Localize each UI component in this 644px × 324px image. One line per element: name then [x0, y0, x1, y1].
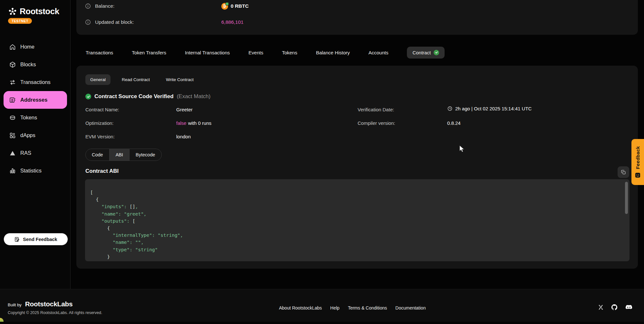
tab-internal-transactions[interactable]: Internal Transactions	[185, 50, 230, 55]
optimization-runs: with 0 runs	[188, 120, 212, 126]
verified-check-icon	[434, 50, 439, 55]
code-view-switcher: Code ABI Bytecode	[85, 149, 162, 161]
scrollbar-thumb[interactable]	[625, 182, 628, 214]
clock-icon	[447, 106, 453, 111]
sidebar-item-label: dApps	[20, 132, 35, 138]
tab-contract-label: Contract	[412, 50, 431, 55]
sidebar: Rootstock TESTNET Home Blocks Transactio…	[0, 0, 71, 289]
code-line: "internalType": "string",	[90, 232, 630, 239]
updated-at-block-value[interactable]: 6,886,101	[221, 19, 244, 25]
cube-icon	[9, 61, 16, 68]
contract-card: General Read Contract Write Contract Con…	[76, 66, 638, 269]
tab-tokens[interactable]: Tokens	[282, 50, 297, 55]
mouse-cursor	[459, 145, 466, 154]
sidebar-item-home[interactable]: Home	[0, 38, 71, 56]
sidebar-item-transactions[interactable]: Transactions	[0, 73, 71, 91]
verified-check-icon	[85, 94, 91, 99]
evm-version-label: EVM Version:	[85, 134, 115, 139]
copy-button[interactable]	[618, 166, 629, 178]
sidebar-item-tokens[interactable]: Tokens	[0, 109, 71, 126]
sidebar-item-blocks[interactable]: Blocks	[0, 56, 71, 73]
tab-accounts[interactable]: Accounts	[369, 50, 389, 55]
sidebar-nav: Home Blocks Transactions Addresses Token…	[0, 38, 71, 180]
feedback-smiley-icon	[635, 172, 640, 178]
brand-logo[interactable]: Rootstock	[8, 6, 59, 16]
abi-code-block[interactable]: [ { "inputs": [], "name": "greet", "outp…	[85, 179, 630, 261]
bar-chart-icon	[9, 167, 16, 174]
contract-name-label: Contract Name:	[85, 107, 119, 112]
feedback-side-tab[interactable]: Feedback	[631, 139, 644, 185]
brand-name: Rootstock	[20, 6, 59, 16]
updated-at-block-label: Updated at block:	[95, 19, 134, 25]
github-icon[interactable]	[611, 304, 618, 311]
feedback-label: Feedback	[635, 146, 640, 169]
sidebar-item-dapps[interactable]: dApps	[0, 126, 71, 144]
code-line: "name": "",	[90, 239, 630, 246]
sidebar-item-label: Blocks	[20, 61, 36, 68]
footer-brand[interactable]: RootstockLabs	[25, 300, 73, 308]
footer-link-terms[interactable]: Terms & Conditions	[348, 305, 387, 310]
verification-date-label: Verification Date:	[358, 107, 394, 112]
compiler-version-label: Compiler version:	[358, 120, 395, 126]
contract-subtabs: General Read Contract Write Contract	[85, 74, 198, 85]
code-line: "type": "string"	[90, 246, 630, 253]
swap-arrows-icon	[9, 79, 16, 86]
sidebar-item-ras[interactable]: RAS	[0, 144, 71, 162]
triangle-icon	[9, 150, 16, 157]
built-by-label: Built by	[8, 302, 22, 307]
home-icon	[9, 43, 16, 51]
sidebar-item-label: Transactions	[20, 79, 51, 85]
segment-bytecode[interactable]: Bytecode	[129, 149, 161, 161]
compiler-version-value: 0.8.24	[447, 120, 461, 126]
code-line: {	[90, 225, 630, 232]
verification-date-value: 2h ago | Oct 02 2025 15:14:41 UTC	[447, 106, 532, 111]
verified-match-type: (Exact Match)	[177, 93, 211, 100]
address-summary-panel: Balance: ₿ 0 RBTC Updated at block: 6,88…	[76, 0, 638, 35]
tab-balance-history[interactable]: Balance History	[316, 50, 350, 55]
abi-heading: Contract ABI	[85, 168, 119, 174]
copyright: Copyright © 2025 RootstockLabs. All righ…	[8, 310, 102, 315]
segment-abi[interactable]: ABI	[109, 149, 129, 161]
optimization-value: false with 0 runs	[176, 120, 211, 126]
segment-code[interactable]: Code	[86, 149, 109, 161]
sidebar-item-label: Statistics	[20, 168, 42, 174]
discord-icon[interactable]	[625, 303, 633, 311]
optimization-label: Optimization:	[85, 120, 114, 126]
code-line: ],	[90, 260, 630, 261]
code-line: }	[90, 253, 630, 260]
copy-icon	[621, 170, 626, 175]
code-line: "outputs": [	[90, 218, 630, 225]
x-twitter-icon[interactable]	[598, 304, 604, 310]
subtab-read-contract[interactable]: Read Contract	[117, 74, 155, 85]
sidebar-item-label: RAS	[20, 150, 31, 156]
code-line: "inputs": [],	[90, 203, 630, 210]
footer: Built by RootstockLabs Copyright © 2025 …	[0, 289, 644, 322]
testnet-badge: TESTNET	[8, 18, 32, 24]
send-feedback-button[interactable]: Send Feedback	[4, 233, 68, 245]
coin-icon	[9, 114, 16, 121]
tab-token-transfers[interactable]: Token Transfers	[132, 50, 166, 55]
subtab-general[interactable]: General	[85, 74, 111, 85]
code-line: [	[90, 189, 630, 196]
tab-events[interactable]: Events	[248, 50, 263, 55]
balance-label: Balance:	[95, 3, 114, 9]
tab-transactions[interactable]: Transactions	[86, 50, 113, 55]
contract-name-value: Greeter	[176, 107, 193, 112]
rootstock-logo-icon	[8, 7, 17, 16]
rbtc-icon: ₿	[221, 3, 228, 10]
subtab-write-contract[interactable]: Write Contract	[161, 74, 198, 85]
verified-banner: Contract Source Code Verified (Exact Mat…	[85, 93, 210, 100]
footer-link-documentation[interactable]: Documentation	[395, 305, 426, 310]
info-icon	[85, 19, 91, 25]
edit-note-icon	[14, 236, 20, 242]
footer-link-help[interactable]: Help	[330, 305, 340, 310]
sidebar-item-statistics[interactable]: Statistics	[0, 162, 71, 180]
footer-link-about[interactable]: About RootstockLabs	[279, 305, 322, 310]
tab-contract[interactable]: Contract	[407, 47, 445, 59]
dapps-grid-icon	[9, 132, 16, 139]
balance-value: 0 RBTC	[231, 3, 249, 9]
sidebar-item-label: Tokens	[20, 115, 37, 121]
sidebar-item-addresses[interactable]: Addresses	[4, 91, 67, 109]
sidebar-item-label: Home	[20, 44, 34, 50]
code-line: "name": "greet",	[90, 210, 630, 218]
